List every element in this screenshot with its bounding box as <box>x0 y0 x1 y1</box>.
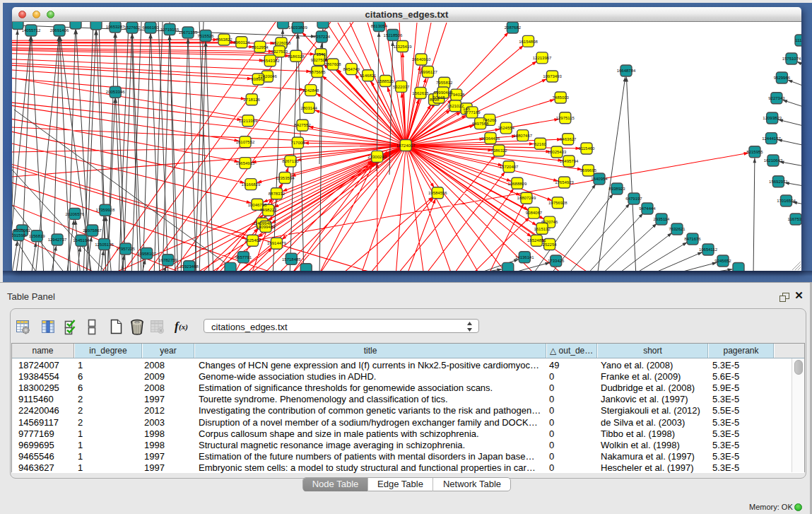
svg-text:9146821: 9146821 <box>360 74 377 78</box>
svg-text:938962: 938962 <box>251 77 266 81</box>
svg-text:8267130: 8267130 <box>282 159 299 163</box>
svg-text:16107552: 16107552 <box>236 140 255 144</box>
svg-text:6466160: 6466160 <box>142 25 159 30</box>
svg-text:16543382: 16543382 <box>261 59 280 63</box>
svg-text:12213967: 12213967 <box>533 56 552 60</box>
svg-text:7955812: 7955812 <box>436 81 453 85</box>
svg-text:90448: 90448 <box>433 95 445 100</box>
svg-text:10719155: 10719155 <box>160 28 180 32</box>
svg-text:10958107: 10958107 <box>137 252 156 256</box>
svg-text:9657791: 9657791 <box>235 255 252 259</box>
svg-text:9327508: 9327508 <box>311 58 328 62</box>
svg-text:1545194: 1545194 <box>73 238 90 243</box>
svg-text:14136141: 14136141 <box>515 255 534 259</box>
svg-text:9699695: 9699695 <box>580 168 597 173</box>
svg-text:717008: 717008 <box>290 141 305 145</box>
svg-text:15218506: 15218506 <box>384 33 403 37</box>
svg-text:11923468: 11923468 <box>180 264 199 269</box>
svg-text:9245652: 9245652 <box>714 259 731 263</box>
svg-text:7386322: 7386322 <box>490 148 507 153</box>
svg-text:9777169: 9777169 <box>464 110 481 115</box>
svg-text:16782759: 16782759 <box>158 258 177 262</box>
svg-text:20691406: 20691406 <box>50 28 69 33</box>
svg-text:1156819: 1156819 <box>29 234 46 238</box>
svg-text:17016504: 17016504 <box>777 199 796 203</box>
svg-text:6120746: 6120746 <box>541 220 558 224</box>
svg-text:1546: 1546 <box>316 52 326 57</box>
svg-text:62160: 62160 <box>534 142 546 146</box>
svg-text:12942737: 12942737 <box>48 238 67 242</box>
svg-text:19166829: 19166829 <box>242 182 261 187</box>
svg-text:7632621: 7632621 <box>669 227 686 231</box>
svg-text:8505061: 8505061 <box>14 228 31 233</box>
svg-text:10671355: 10671355 <box>179 30 198 35</box>
svg-text:16996127: 16996127 <box>418 70 437 74</box>
svg-text:2803144: 2803144 <box>300 106 317 110</box>
svg-text:7663822: 7663822 <box>216 37 233 42</box>
svg-text:2935114: 2935114 <box>654 217 671 221</box>
svg-text:1527602: 1527602 <box>124 25 141 30</box>
svg-text:16640910: 16640910 <box>412 57 431 62</box>
svg-text:3875685: 3875685 <box>309 70 326 74</box>
svg-text:20206576: 20206576 <box>65 212 84 216</box>
svg-text:8427552: 8427552 <box>294 123 311 127</box>
svg-text:8454749: 8454749 <box>343 67 360 71</box>
svg-text:3624554: 3624554 <box>498 126 515 130</box>
svg-text:7625402: 7625402 <box>245 238 261 243</box>
svg-text:15692971: 15692971 <box>769 180 788 184</box>
svg-text:1621022: 1621022 <box>447 104 464 108</box>
svg-text:9529966: 9529966 <box>774 76 791 80</box>
svg-text:16648784: 16648784 <box>617 69 636 73</box>
svg-text:12444157: 12444157 <box>762 136 781 141</box>
svg-text:15751074: 15751074 <box>782 57 801 61</box>
svg-text:20364436: 20364436 <box>481 136 500 141</box>
svg-text:14055712: 14055712 <box>22 28 41 33</box>
svg-text:9242848: 9242848 <box>302 88 319 93</box>
svg-text:1562615: 1562615 <box>412 91 429 95</box>
svg-text:9327503: 9327503 <box>271 49 288 54</box>
svg-text:7515526: 7515526 <box>197 34 214 38</box>
svg-text:9498222: 9498222 <box>260 208 277 212</box>
svg-text:11325419: 11325419 <box>393 45 412 49</box>
svg-text:1588520: 1588520 <box>377 79 394 83</box>
svg-text:6479197: 6479197 <box>625 197 642 201</box>
svg-text:16914479: 16914479 <box>267 241 286 245</box>
svg-text:19990448: 19990448 <box>434 90 453 95</box>
svg-text:8912954: 8912954 <box>252 45 269 49</box>
svg-text:5322037: 5322037 <box>393 85 410 89</box>
svg-text:1640954: 1640954 <box>591 177 608 181</box>
svg-text:1615132: 1615132 <box>534 227 551 231</box>
svg-text:8613054: 8613054 <box>371 24 388 28</box>
svg-text:12353594: 12353594 <box>276 176 295 180</box>
svg-text:16210643: 16210643 <box>764 158 783 163</box>
svg-text:17654923: 17654923 <box>555 180 574 185</box>
svg-text:20053346: 20053346 <box>106 90 125 94</box>
svg-text:2087682: 2087682 <box>505 25 522 30</box>
svg-text:19654915: 19654915 <box>236 161 255 165</box>
svg-text:18807249: 18807249 <box>517 196 536 200</box>
svg-text:15718485: 15718485 <box>282 257 301 262</box>
svg-text:6497568: 6497568 <box>472 122 489 126</box>
svg-text:10025433: 10025433 <box>548 150 567 154</box>
svg-text:12505135: 12505135 <box>95 243 114 247</box>
svg-text:19756928: 19756928 <box>548 201 567 205</box>
svg-text:19584556: 19584556 <box>428 191 447 195</box>
svg-text:18724007: 18724007 <box>396 144 416 148</box>
svg-text:10654112: 10654112 <box>699 247 718 252</box>
svg-text:8215955: 8215955 <box>746 150 763 154</box>
svg-text:2718126: 2718126 <box>244 98 261 102</box>
svg-text:9474444: 9474444 <box>639 206 656 211</box>
svg-text:10653287: 10653287 <box>106 25 125 29</box>
svg-text:23975867: 23975867 <box>83 228 102 233</box>
svg-text:16033809: 16033809 <box>288 25 307 30</box>
svg-text:391590: 391590 <box>12 233 26 238</box>
svg-text:10807467: 10807467 <box>513 134 532 138</box>
svg-text:8938923: 8938923 <box>608 187 625 191</box>
svg-text:9115460: 9115460 <box>579 146 596 151</box>
svg-text:15226058: 15226058 <box>272 41 291 45</box>
svg-text:10688809: 10688809 <box>508 182 527 186</box>
svg-text:2867608: 2867608 <box>324 62 341 66</box>
svg-text:11125: 11125 <box>795 38 801 42</box>
svg-text:12093823: 12093823 <box>763 116 782 120</box>
svg-text:8186328: 8186328 <box>288 54 305 59</box>
